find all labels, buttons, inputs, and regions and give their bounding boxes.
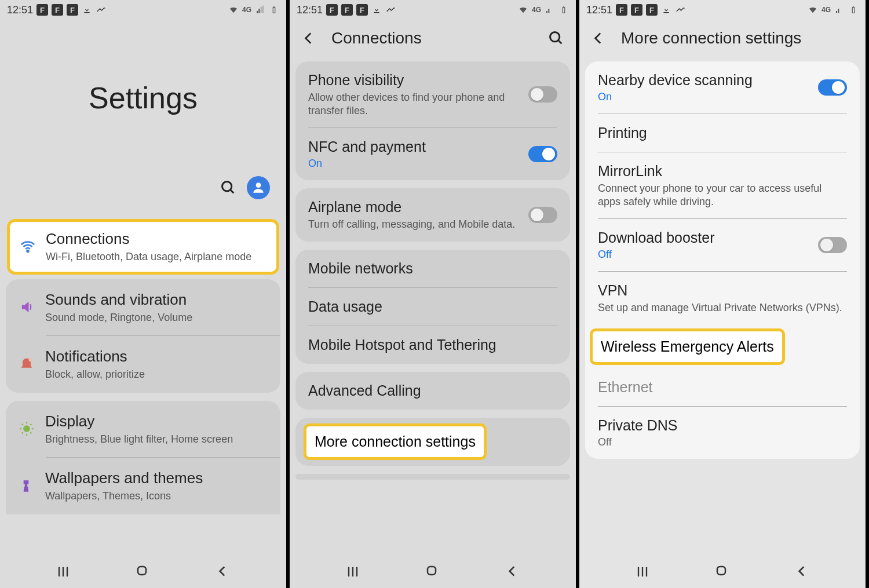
item-title: Airplane mode [308, 199, 528, 216]
item-title: Notifications [45, 348, 268, 366]
settings-item-display[interactable]: Display Brightness, Blue light filter, H… [6, 401, 280, 458]
flipboard-icon: F [616, 4, 627, 16]
profile-avatar[interactable] [247, 176, 270, 199]
home-icon[interactable] [714, 564, 731, 580]
network-4g-icon: 4G [242, 6, 251, 14]
download-icon [661, 5, 671, 15]
item-title: Mobile networks [308, 260, 557, 277]
item-title: Ethernet [598, 379, 847, 396]
item-airplane[interactable]: Airplane mode Turn off calling, messagin… [295, 188, 570, 242]
svg-line-10 [22, 424, 23, 425]
battery-icon [558, 5, 569, 15]
recent-apps-icon[interactable] [634, 564, 651, 580]
status-bar: 12:51 F F F 4G [0, 0, 286, 20]
settings-item-sounds[interactable]: Sounds and vibration Sound mode, Rington… [6, 279, 280, 336]
signal-icon [545, 5, 555, 15]
back-icon[interactable] [794, 564, 810, 580]
wifi-status-icon [518, 5, 528, 15]
item-advanced-calling[interactable]: Advanced Calling [295, 372, 570, 410]
download-icon [82, 5, 92, 15]
download-icon [371, 5, 382, 15]
battery-icon [848, 5, 859, 15]
settings-item-notifications[interactable]: Notifications Block, allow, prioritize [6, 336, 280, 393]
toggle-phone-visibility[interactable] [528, 86, 557, 103]
nav-bar [0, 556, 286, 588]
item-subtitle: Wallpapers, Themes, Icons [45, 490, 268, 503]
header: Connections [290, 20, 576, 57]
item-nearby-scanning[interactable]: Nearby device scanning On [585, 61, 860, 114]
svg-line-19 [558, 41, 562, 44]
item-data-usage[interactable]: Data usage [295, 288, 570, 326]
recent-apps-icon[interactable] [345, 564, 361, 580]
item-mobile-networks[interactable]: Mobile networks [295, 250, 570, 287]
svg-point-2 [256, 182, 261, 188]
toggle-download-booster[interactable] [818, 237, 847, 253]
flipboard-icon: F [52, 4, 63, 16]
item-ethernet: Ethernet [585, 368, 860, 406]
item-status: Off [598, 436, 847, 448]
svg-point-3 [27, 250, 29, 252]
item-vpn[interactable]: VPN Set up and manage Virtual Private Ne… [585, 272, 860, 325]
item-title: Wireless Emergency Alerts [601, 338, 774, 355]
settings-item-wallpapers[interactable]: Wallpapers and themes Wallpapers, Themes… [6, 458, 280, 514]
item-title: Wallpapers and themes [45, 469, 268, 487]
item-download-booster[interactable]: Download booster Off [585, 219, 860, 271]
item-title: Data usage [308, 298, 557, 315]
wifi-status-icon [228, 5, 239, 15]
item-title: Advanced Calling [308, 382, 557, 399]
back-button[interactable] [591, 31, 606, 46]
home-icon[interactable] [135, 564, 151, 580]
svg-point-18 [550, 32, 560, 42]
network-4g-icon: 4G [821, 6, 831, 14]
wallpaper-icon [19, 479, 34, 494]
svg-line-12 [22, 433, 23, 434]
status-time: 12:51 [297, 4, 323, 16]
svg-rect-17 [138, 567, 146, 575]
item-printing[interactable]: Printing [585, 114, 860, 152]
home-icon[interactable] [425, 564, 441, 580]
svg-point-4 [29, 357, 33, 361]
item-title: Display [45, 412, 268, 430]
recent-apps-icon[interactable] [55, 564, 71, 580]
screen-connections: 12:51 F F F 4G Connections Phone visibil… [290, 0, 579, 588]
back-icon[interactable] [215, 564, 231, 580]
svg-line-1 [231, 190, 234, 193]
item-nfc[interactable]: NFC and payment On [295, 128, 570, 180]
status-time: 12:51 [7, 4, 33, 16]
item-wireless-emergency-alerts[interactable]: Wireless Emergency Alerts [590, 328, 785, 365]
screen-more-connection-settings: 12:51 F F F 4G More connection settings … [579, 0, 869, 588]
flipboard-icon: F [67, 4, 78, 16]
screen-settings: 12:51 F F F 4G Settings [0, 0, 290, 588]
back-icon[interactable] [505, 564, 521, 580]
signal-icon [255, 5, 265, 15]
wifi-status-icon [808, 5, 818, 15]
page-title: Connections [331, 29, 422, 48]
item-subtitle: Brightness, Blue light filter, Home scre… [45, 433, 268, 446]
settings-item-connections[interactable]: Connections Wi-Fi, Bluetooth, Data usage… [7, 219, 279, 275]
item-private-dns[interactable]: Private DNS Off [585, 407, 860, 459]
flipboard-icon: F [356, 4, 368, 16]
back-button[interactable] [301, 31, 316, 46]
item-more-connection-settings[interactable]: More connection settings [304, 423, 487, 460]
item-title: Private DNS [598, 417, 847, 434]
item-title: Phone visibility [308, 72, 528, 89]
status-bar: 12:51 F F F 4G [290, 0, 576, 20]
svg-rect-23 [428, 567, 436, 575]
search-icon[interactable] [548, 30, 564, 46]
item-subtitle: Connect your phone to your car to access… [598, 182, 847, 208]
item-title: Connections [46, 230, 267, 248]
item-hotspot[interactable]: Mobile Hotspot and Tethering [295, 326, 570, 364]
item-status: Off [598, 249, 818, 261]
svg-point-5 [23, 425, 30, 432]
network-4g-icon: 4G [532, 6, 541, 14]
item-status: On [308, 158, 528, 170]
toggle-nfc[interactable] [528, 146, 557, 162]
search-icon[interactable] [220, 180, 236, 196]
battery-icon [269, 5, 279, 15]
toggle-nearby[interactable] [818, 79, 847, 96]
settings-title-area: Settings [0, 20, 286, 176]
toggle-airplane[interactable] [528, 207, 557, 223]
item-mirrorlink[interactable]: MirrorLink Connect your phone to your ca… [585, 152, 860, 218]
item-title: MirrorLink [598, 163, 847, 180]
item-phone-visibility[interactable]: Phone visibility Allow other devices to … [295, 61, 570, 127]
